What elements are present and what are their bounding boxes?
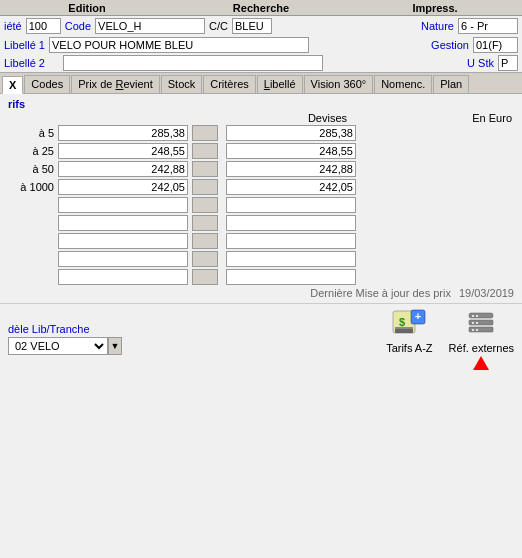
top-bar: Edition Recherche Impress. — [0, 0, 522, 16]
tarif-euro-2[interactable] — [226, 161, 356, 177]
tarif-currency-btn-8[interactable] — [192, 269, 218, 285]
form-row1: iété Code C/C Nature — [0, 16, 522, 36]
tarif-currency-btn-1[interactable] — [192, 143, 218, 159]
tarif-row — [4, 215, 518, 231]
tarif-row — [4, 251, 518, 267]
ustk-fields: U Stk — [467, 55, 518, 71]
tarif-label-2: à 50 — [4, 163, 54, 175]
tab-prix-revient[interactable]: Prix de Revient — [71, 75, 160, 93]
libelle1-label: Libellé 1 — [4, 39, 45, 51]
recherche-section: Recherche — [174, 2, 348, 14]
refs-externes-label: Réf. externes — [449, 342, 514, 354]
tarif-currency-btn-7[interactable] — [192, 251, 218, 267]
cc-label: C/C — [209, 20, 228, 32]
tarif-currency-btn-3[interactable] — [192, 179, 218, 195]
tarif-euro-1[interactable] — [226, 143, 356, 159]
libelle2-label: Libellé 2 — [4, 57, 45, 69]
ustk-label: U Stk — [467, 57, 494, 69]
svg-text:+: + — [415, 310, 421, 322]
recherche-label: Recherche — [233, 2, 289, 14]
tarif-devises-5[interactable] — [58, 215, 188, 231]
tarif-label-0: à 5 — [4, 127, 54, 139]
update-label: Dernière Mise à jour des prix — [310, 287, 451, 299]
tarif-row — [4, 269, 518, 285]
gestion-input[interactable] — [473, 37, 518, 53]
tab-vision360[interactable]: Vision 360° — [304, 75, 374, 93]
tab-plan[interactable]: Plan — [433, 75, 469, 93]
tarif-row: à 50 — [4, 161, 518, 177]
impression-section: Impress. — [348, 2, 522, 14]
tarif-devises-6[interactable] — [58, 233, 188, 249]
tarif-devises-0[interactable] — [58, 125, 188, 141]
edition-section: Edition — [0, 2, 174, 14]
qty-label: iété — [4, 20, 22, 32]
tarif-devises-2[interactable] — [58, 161, 188, 177]
bottom-label: dèle Lib/Tranche — [8, 323, 122, 335]
edition-label: Edition — [68, 2, 105, 14]
tab-stock[interactable]: Stock — [161, 75, 203, 93]
tab-libelle[interactable]: Libellé — [257, 75, 303, 93]
nature-input[interactable] — [458, 18, 518, 34]
tab-codes[interactable]: Codes — [24, 75, 70, 93]
tarif-label-1: à 25 — [4, 145, 54, 157]
tarif-euro-5[interactable] — [226, 215, 356, 231]
tabs-bar: X Codes Prix de Revient Stock Critères L… — [0, 72, 522, 94]
qty-input[interactable] — [26, 18, 61, 34]
tab-criteres[interactable]: Critères — [203, 75, 256, 93]
tarif-row: à 5 — [4, 125, 518, 141]
action-buttons: $ + Tarifs A-Z — [386, 308, 514, 370]
libelle1-input[interactable] — [49, 37, 309, 53]
tarifs-title: rifs — [8, 98, 518, 110]
libelle2-input[interactable] — [63, 55, 323, 71]
ustk-input[interactable] — [498, 55, 518, 71]
dropdown-arrow-btn[interactable]: ▼ — [108, 337, 122, 355]
tarif-currency-btn-6[interactable] — [192, 233, 218, 249]
tarif-row — [4, 197, 518, 213]
tarif-euro-6[interactable] — [226, 233, 356, 249]
bottom-area: dèle Lib/Tranche 02 VELO ▼ $ + Tarifs A — [0, 303, 522, 374]
refs-externes-button[interactable]: Réf. externes — [449, 308, 514, 354]
tarif-devises-4[interactable] — [58, 197, 188, 213]
refs-externes-icon — [463, 308, 499, 340]
code-input[interactable] — [95, 18, 205, 34]
impression-label: Impress. — [412, 2, 457, 14]
tarif-label-3: à 1000 — [4, 181, 54, 193]
tarifs-az-icon: $ + — [391, 308, 427, 340]
tarif-row: à 25 — [4, 143, 518, 159]
tarif-euro-0[interactable] — [226, 125, 356, 141]
form-row2: Libellé 1 Gestion — [0, 36, 522, 54]
tarif-euro-3[interactable] — [226, 179, 356, 195]
tarif-row: à 1000 — [4, 179, 518, 195]
tarif-devises-1[interactable] — [58, 143, 188, 159]
tarif-rows: à 5 à 25 à 50 à 1000 — [4, 125, 518, 285]
tarifs-az-button[interactable]: $ + Tarifs A-Z — [386, 308, 432, 370]
tarif-currency-btn-2[interactable] — [192, 161, 218, 177]
tarif-currency-btn-5[interactable] — [192, 215, 218, 231]
tab-x[interactable]: X — [2, 76, 23, 94]
tarif-currency-btn-4[interactable] — [192, 197, 218, 213]
tarif-euro-7[interactable] — [226, 251, 356, 267]
arrow-up-indicator — [473, 356, 489, 370]
lib-tranche-select[interactable]: 02 VELO — [8, 337, 108, 355]
tarif-row — [4, 233, 518, 249]
tarif-euro-4[interactable] — [226, 197, 356, 213]
update-row: Dernière Mise à jour des prix 19/03/2019 — [4, 287, 518, 299]
update-date: 19/03/2019 — [459, 287, 514, 299]
tarif-euro-8[interactable] — [226, 269, 356, 285]
tarifs-area: rifs Devises En Euro à 5 à 25 à 50 à 100… — [0, 98, 522, 299]
form-row3: Libellé 2 U Stk — [0, 54, 522, 72]
tarif-devises-7[interactable] — [58, 251, 188, 267]
tab-nomenc[interactable]: Nomenc. — [374, 75, 432, 93]
gestion-label: Gestion — [431, 39, 469, 51]
cc-input[interactable] — [232, 18, 272, 34]
tarif-currency-btn-0[interactable] — [192, 125, 218, 141]
svg-rect-5 — [395, 327, 413, 329]
nature-label: Nature — [421, 20, 454, 32]
tarifs-az-label: Tarifs A-Z — [386, 342, 432, 354]
tarif-devises-3[interactable] — [58, 179, 188, 195]
header-euro: En Euro — [381, 112, 516, 124]
right-fields: Nature — [421, 18, 518, 34]
select-wrapper: 02 VELO ▼ — [8, 337, 122, 355]
tarif-devises-8[interactable] — [58, 269, 188, 285]
code-label: Code — [65, 20, 91, 32]
